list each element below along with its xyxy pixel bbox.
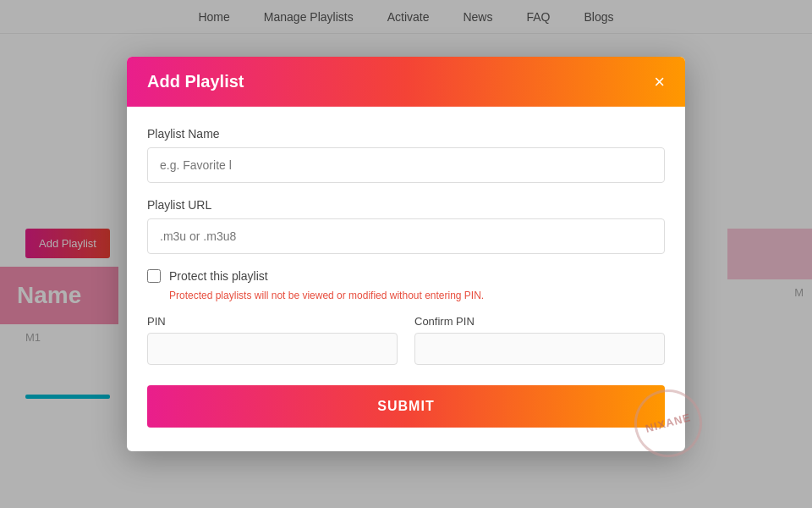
pin-group: PIN xyxy=(147,315,398,365)
modal-header: Add Playlist × xyxy=(127,57,685,107)
playlist-url-group: Playlist URL xyxy=(147,198,665,254)
protect-checkbox-row: Protect this playlist xyxy=(147,269,665,283)
protect-notice: Protected playlists will not be viewed o… xyxy=(169,290,665,301)
stamp-text-line1: NIXANE xyxy=(644,411,693,437)
playlist-url-input[interactable] xyxy=(147,218,665,254)
modal-body: Playlist Name Playlist URL Protect this … xyxy=(127,107,685,451)
playlist-name-label: Playlist Name xyxy=(147,127,665,141)
submit-button[interactable]: SUBMIT xyxy=(147,385,665,428)
confirm-pin-label: Confirm PIN xyxy=(414,315,665,328)
protect-checkbox-label[interactable]: Protect this playlist xyxy=(169,269,268,283)
confirm-pin-input[interactable] xyxy=(414,333,665,365)
playlist-url-label: Playlist URL xyxy=(147,198,665,212)
protect-checkbox[interactable] xyxy=(147,269,161,283)
pin-label: PIN xyxy=(147,315,398,328)
pin-input[interactable] xyxy=(147,333,398,365)
modal-title: Add Playlist xyxy=(147,72,244,91)
pin-row: PIN Confirm PIN xyxy=(147,315,665,365)
add-playlist-modal: Add Playlist × Playlist Name Playlist UR… xyxy=(127,57,685,451)
modal-close-button[interactable]: × xyxy=(654,73,665,91)
playlist-name-group: Playlist Name xyxy=(147,127,665,183)
confirm-pin-group: Confirm PIN xyxy=(414,315,665,365)
playlist-name-input[interactable] xyxy=(147,147,665,183)
